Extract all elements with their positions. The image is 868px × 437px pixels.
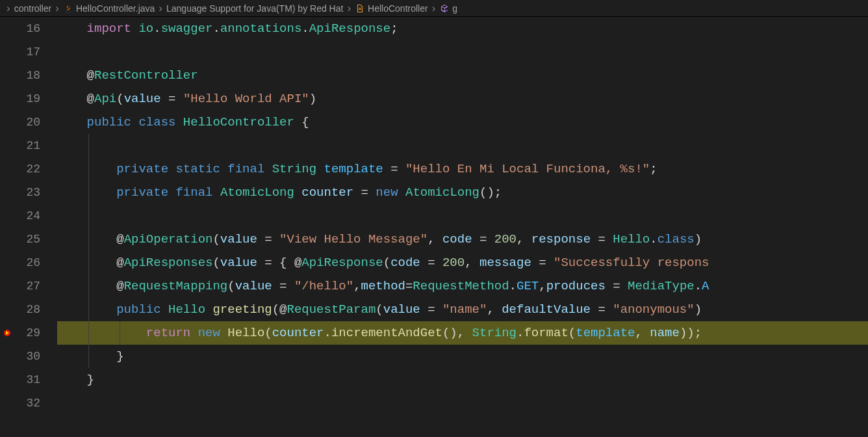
code-line[interactable]: @Api(value = "Hello World API") [57, 87, 868, 111]
line-number[interactable]: 27 [0, 274, 40, 298]
code-token: GET [517, 279, 539, 293]
indent-guide [120, 321, 120, 345]
indent-guide [88, 181, 89, 204]
breadcrumb-item-folder[interactable]: controller [14, 3, 52, 14]
code-token: @ [116, 232, 123, 246]
code-token: . [324, 326, 331, 340]
indent-guide [88, 274, 89, 298]
code-token: = [591, 232, 613, 246]
line-number[interactable]: 23 [0, 181, 40, 204]
code-token: ( [116, 92, 123, 106]
code-token: incrementAndGet [331, 326, 442, 340]
indent-guide [88, 228, 89, 251]
code-token: Hello [613, 232, 650, 246]
code-line[interactable]: @ApiResponses(value = { @ApiResponse(cod… [57, 251, 868, 274]
code-token: private [116, 162, 168, 176]
code-token: = [531, 256, 554, 270]
code-line[interactable]: public Hello greeting(@RequestParam(valu… [57, 298, 868, 321]
line-number[interactable]: 17 [0, 40, 40, 64]
code-token: Hello [227, 326, 264, 340]
editor-area[interactable]: 1617181920212223242526272829303132 impor… [0, 17, 868, 437]
code-line[interactable]: return new Hello(counter.incrementAndGet… [57, 321, 868, 345]
code-token: return [146, 326, 190, 340]
code-token [175, 115, 183, 129]
line-number[interactable]: 21 [0, 134, 40, 157]
breadcrumb-item-method[interactable]: g [439, 3, 457, 14]
code-token: @ [116, 256, 123, 270]
code-line[interactable]: import io.swagger.annotations.ApiRespons… [57, 17, 868, 40]
code-token [57, 326, 146, 340]
code-line[interactable]: } [57, 345, 868, 368]
code-token: template [576, 326, 635, 340]
code-token: public [87, 115, 131, 129]
code-token: , [539, 279, 546, 293]
line-number-gutter[interactable]: 1617181920212223242526272829303132 [0, 17, 57, 437]
breadcrumb-item-class[interactable]: HelloController [355, 3, 428, 14]
line-number[interactable]: 29 [0, 321, 40, 345]
code-token: ( [212, 256, 220, 270]
code-line[interactable] [57, 204, 868, 228]
code-line[interactable] [57, 40, 868, 64]
code-line[interactable]: public class HelloController { [57, 111, 868, 134]
code-token: ApiResponse [301, 256, 383, 270]
code-token: ; [390, 21, 398, 36]
code-line[interactable]: private static final String template = "… [57, 157, 868, 181]
code-token [57, 185, 116, 200]
code-line[interactable]: private final AtomicLong counter = new A… [57, 181, 868, 204]
breadcrumb-item-file[interactable]: HelloController.java [63, 3, 155, 14]
line-number[interactable]: 26 [0, 251, 40, 274]
code-token: = [161, 92, 183, 106]
code-token: 200 [442, 256, 465, 270]
code-token [212, 185, 220, 200]
chevron-right-icon: › [5, 3, 12, 14]
breadcrumb-label: HelloController [368, 3, 428, 14]
line-number[interactable]: 22 [0, 157, 40, 181]
indent-guide [88, 134, 89, 157]
code-token: String [272, 162, 316, 176]
code-line[interactable]: @RestController [57, 64, 868, 87]
code-token [190, 326, 198, 340]
code-token: name [650, 326, 680, 340]
code-token: HelloController [183, 115, 294, 129]
indent-guide [88, 345, 89, 368]
code-token: , [487, 302, 502, 317]
code-token: . [650, 232, 657, 246]
code-token: ) [309, 92, 316, 106]
code-token: = [272, 279, 294, 293]
code-token: } [57, 349, 124, 364]
code-line[interactable] [57, 391, 868, 415]
code-token: . [509, 279, 517, 293]
code-token: format [524, 326, 568, 340]
line-number[interactable]: 32 [0, 391, 40, 415]
line-number[interactable]: 20 [0, 111, 40, 134]
code-content[interactable]: import io.swagger.annotations.ApiRespons… [57, 17, 868, 437]
code-token: . [301, 21, 309, 36]
line-number[interactable]: 18 [0, 64, 40, 87]
code-token: , [428, 232, 442, 246]
line-number[interactable]: 19 [0, 87, 40, 111]
code-token: value [235, 279, 272, 293]
line-number[interactable]: 28 [0, 298, 40, 321]
code-token: counter [301, 185, 353, 200]
line-number[interactable]: 24 [0, 204, 40, 228]
code-token: value [220, 256, 257, 270]
line-number[interactable]: 31 [0, 368, 40, 391]
code-token: io [138, 21, 153, 36]
code-token: value [124, 92, 161, 106]
code-line[interactable]: @ApiOperation(value = "View Hello Messag… [57, 228, 868, 251]
breakpoint-icon[interactable] [3, 328, 12, 338]
breadcrumb-item-provider[interactable]: Language Support for Java(TM) by Red Hat [166, 3, 343, 14]
line-number[interactable]: 16 [0, 17, 40, 40]
code-token: ( [383, 256, 390, 270]
indent-guide [88, 251, 89, 274]
line-number[interactable]: 30 [0, 345, 40, 368]
breadcrumb-label: Language Support for Java(TM) by Red Hat [166, 3, 343, 14]
code-token: RequestMapping [124, 279, 228, 293]
line-number[interactable]: 25 [0, 228, 40, 251]
code-token: ; [650, 162, 657, 176]
code-token [316, 162, 324, 176]
code-line[interactable] [57, 134, 868, 157]
code-token: response [531, 232, 591, 246]
code-line[interactable]: @RequestMapping(value = "/hello",method=… [57, 274, 868, 298]
code-line[interactable]: } [57, 368, 868, 391]
